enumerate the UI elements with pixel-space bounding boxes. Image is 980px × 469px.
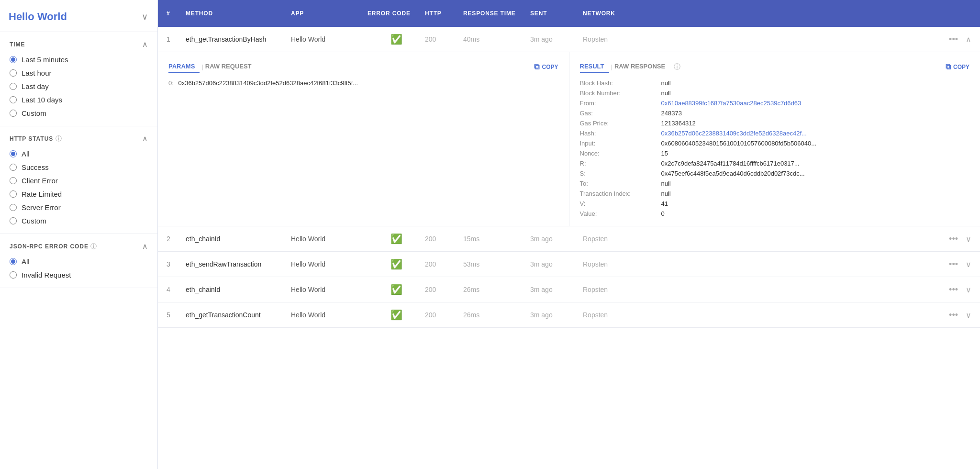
row-3-http: 200 bbox=[425, 260, 463, 268]
table-row-5: 5 eth_getTransactionCount Hello World ✅ … bbox=[158, 302, 980, 328]
result-label-s: S: bbox=[580, 170, 657, 177]
row-3-more-button[interactable]: ••• bbox=[946, 258, 961, 270]
time-option-1hour[interactable]: Last hour bbox=[10, 69, 148, 77]
time-option-5min[interactable]: Last 5 minutes bbox=[10, 56, 148, 64]
result-copy-icon: ⧉ bbox=[946, 63, 951, 71]
http-status-radio-all[interactable] bbox=[10, 150, 17, 157]
http-status-label-rate-limited: Rate Limited bbox=[22, 190, 62, 198]
result-value-nonce: 15 bbox=[661, 150, 970, 157]
http-status-radio-success[interactable] bbox=[10, 164, 17, 171]
http-status-option-server-error[interactable]: Server Error bbox=[10, 203, 148, 212]
row-5-more-button[interactable]: ••• bbox=[946, 309, 961, 321]
time-label-1hour: Last hour bbox=[22, 69, 52, 77]
tab-result[interactable]: RESULT bbox=[580, 61, 609, 73]
time-radio-1hour[interactable] bbox=[10, 69, 17, 77]
tab-params[interactable]: PARAMS bbox=[168, 61, 200, 73]
result-value-block-number: null bbox=[661, 89, 970, 97]
col-header-app: APP bbox=[291, 10, 368, 17]
row-1-num: 1 bbox=[167, 35, 186, 43]
result-value-hash[interactable]: 0x36b257d06c2238831409c3dd2fe52d6328aec4… bbox=[661, 130, 970, 137]
time-filter-section: TIME ∧ Last 5 minutes Last hour Last day… bbox=[0, 32, 157, 126]
json-rpc-option-all[interactable]: All bbox=[10, 257, 148, 266]
row-3-actions: ••• ∨ bbox=[946, 258, 971, 270]
row-4-more-button[interactable]: ••• bbox=[946, 284, 961, 296]
params-copy-button[interactable]: ⧉ COPY bbox=[534, 63, 558, 71]
row-4-app: Hello World bbox=[291, 286, 368, 293]
row-4-network: Ropsten bbox=[583, 286, 946, 293]
http-status-option-all[interactable]: All bbox=[10, 150, 148, 158]
result-value-input: 0x60806040523480156100101057600080fd5b50… bbox=[661, 140, 970, 147]
time-option-10days[interactable]: Last 10 days bbox=[10, 96, 148, 104]
time-option-1day[interactable]: Last day bbox=[10, 82, 148, 90]
col-header-method: METHOD bbox=[186, 10, 291, 17]
sidebar: Hello World ∨ TIME ∧ Last 5 minutes Last… bbox=[0, 0, 158, 469]
main-content: # METHOD APP ERROR CODE HTTP RESPONSE TI… bbox=[158, 0, 980, 469]
row-3-sent: 3m ago bbox=[530, 260, 583, 268]
row-5-network: Ropsten bbox=[583, 311, 946, 319]
col-header-sent: SENT bbox=[530, 10, 583, 17]
row-5-main[interactable]: 5 eth_getTransactionCount Hello World ✅ … bbox=[158, 302, 980, 327]
http-status-filter-section: HTTP STATUS ⓘ ∧ All Success Client Error… bbox=[0, 126, 157, 234]
time-section-toggle[interactable]: ∧ bbox=[142, 40, 148, 49]
json-rpc-section-toggle[interactable]: ∧ bbox=[142, 242, 148, 251]
row-5-response-time: 26ms bbox=[463, 311, 530, 319]
http-status-radio-custom[interactable] bbox=[10, 217, 17, 224]
row-2-more-button[interactable]: ••• bbox=[946, 233, 961, 245]
http-status-radio-client-error[interactable] bbox=[10, 177, 17, 184]
row-1-response-time: 40ms bbox=[463, 35, 530, 43]
row-4-http: 200 bbox=[425, 286, 463, 293]
row-4-check-icon: ✅ bbox=[390, 284, 402, 295]
row-2-main[interactable]: 2 eth_chainId Hello World ✅ 200 15ms 3m … bbox=[158, 226, 980, 251]
param-value-0: 0x36b257d06c2238831409c3dd2fe52d6328aec4… bbox=[178, 79, 358, 87]
http-status-section-toggle[interactable]: ∧ bbox=[142, 134, 148, 143]
time-radio-1day[interactable] bbox=[10, 83, 17, 90]
tab-raw-request[interactable]: RAW REQUEST bbox=[205, 61, 256, 73]
http-status-option-custom[interactable]: Custom bbox=[10, 217, 148, 225]
sidebar-chevron-icon[interactable]: ∨ bbox=[142, 11, 148, 22]
row-3-num: 3 bbox=[167, 260, 186, 268]
time-option-custom[interactable]: Custom bbox=[10, 109, 148, 117]
row-4-expand-button[interactable]: ∨ bbox=[966, 285, 971, 294]
result-label-hash: Hash: bbox=[580, 130, 657, 137]
row-1-more-button[interactable]: ••• bbox=[946, 34, 961, 45]
row-3-method: eth_sendRawTransaction bbox=[186, 260, 291, 268]
time-radio-10days[interactable] bbox=[10, 96, 17, 103]
row-5-sent: 3m ago bbox=[530, 311, 583, 319]
http-status-option-client-error[interactable]: Client Error bbox=[10, 177, 148, 185]
row-3-expand-button[interactable]: ∨ bbox=[966, 260, 971, 269]
http-status-option-success[interactable]: Success bbox=[10, 163, 148, 171]
json-rpc-option-invalid[interactable]: Invalid Request bbox=[10, 271, 148, 279]
result-label-block-number: Block Number: bbox=[580, 89, 657, 97]
result-label-from: From: bbox=[580, 100, 657, 107]
http-status-option-rate-limited[interactable]: Rate Limited bbox=[10, 190, 148, 198]
row-5-expand-button[interactable]: ∨ bbox=[966, 311, 971, 320]
sidebar-title: Hello World bbox=[9, 11, 67, 23]
http-status-section-title: HTTP STATUS ⓘ bbox=[10, 134, 62, 143]
col-header-num: # bbox=[167, 10, 186, 17]
row-4-num: 4 bbox=[167, 286, 186, 293]
result-value-from[interactable]: 0x610ae88399fc1687fa7530aac28ec2539c7d6d… bbox=[661, 100, 970, 107]
row-2-expand-button[interactable]: ∨ bbox=[966, 234, 971, 244]
row-2-num: 2 bbox=[167, 235, 186, 243]
row-2-http: 200 bbox=[425, 235, 463, 243]
result-copy-button[interactable]: ⧉ COPY bbox=[946, 63, 969, 71]
time-radio-custom[interactable] bbox=[10, 110, 17, 117]
json-rpc-radio-invalid[interactable] bbox=[10, 271, 17, 279]
time-radio-5min[interactable] bbox=[10, 56, 17, 63]
tab-raw-response[interactable]: RAW RESPONSE bbox=[614, 61, 670, 73]
row-3-main[interactable]: 3 eth_sendRawTransaction Hello World ✅ 2… bbox=[158, 252, 980, 277]
time-label-5min: Last 5 minutes bbox=[22, 56, 68, 64]
http-status-label-success: Success bbox=[22, 163, 49, 171]
row-4-main[interactable]: 4 eth_chainId Hello World ✅ 200 26ms 3m … bbox=[158, 277, 980, 302]
tab-divider-1: | bbox=[201, 63, 203, 70]
result-label-value: Value: bbox=[580, 210, 657, 217]
json-rpc-radio-all[interactable] bbox=[10, 258, 17, 265]
http-status-radio-server-error[interactable] bbox=[10, 204, 17, 211]
row-1-main[interactable]: 1 eth_getTransactionByHash Hello World ✅… bbox=[158, 27, 980, 52]
row-1-right-tabs: RESULT | RAW RESPONSE ⓘ ⧉ COPY bbox=[580, 61, 970, 73]
row-5-num: 5 bbox=[167, 311, 186, 319]
row-1-expanded: PARAMS | RAW REQUEST ⧉ COPY 0: 0x36b257d… bbox=[158, 52, 980, 226]
row-1-collapse-button[interactable]: ∧ bbox=[966, 35, 971, 44]
result-info-icon[interactable]: ⓘ bbox=[674, 63, 680, 71]
http-status-radio-rate-limited[interactable] bbox=[10, 190, 17, 198]
